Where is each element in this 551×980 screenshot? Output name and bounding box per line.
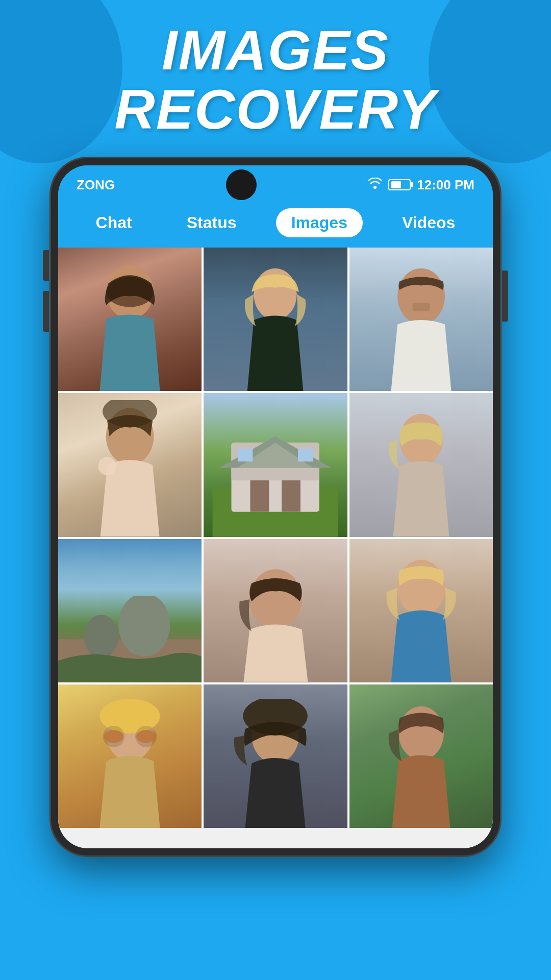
phone-bottom-area — [58, 828, 493, 848]
phone-screen: ZONG 12:00 PM — [58, 165, 493, 848]
grid-cell-9[interactable] — [349, 539, 493, 682]
svg-point-19 — [118, 596, 170, 656]
app-header-title: IMAGES RECOVERY — [0, 20, 551, 138]
image-10 — [58, 684, 202, 828]
image-2 — [204, 248, 347, 391]
image-11 — [204, 684, 347, 828]
svg-point-28 — [136, 730, 156, 743]
image-4 — [58, 393, 202, 536]
image-grid — [58, 248, 493, 828]
tab-chat[interactable]: Chat — [81, 208, 147, 237]
grid-cell-1[interactable] — [58, 248, 202, 391]
svg-point-27 — [104, 730, 123, 743]
svg-point-3 — [397, 268, 445, 325]
volume-up-button — [43, 250, 49, 281]
svg-rect-16 — [298, 449, 313, 461]
title-line1: IMAGES — [162, 18, 389, 81]
camera-notch — [226, 169, 257, 200]
image-3 — [349, 248, 493, 391]
image-9 — [349, 539, 493, 682]
status-right-icons: 12:00 PM — [368, 177, 474, 193]
svg-rect-15 — [238, 449, 253, 461]
tab-videos[interactable]: Videos — [387, 208, 470, 237]
image-5 — [204, 393, 347, 536]
title-line2: RECOVERY — [114, 78, 436, 140]
power-button — [502, 271, 508, 322]
grid-cell-11[interactable] — [204, 684, 347, 828]
image-8 — [204, 539, 347, 682]
status-time: 12:00 PM — [417, 177, 474, 193]
phone-outer-shell: ZONG 12:00 PM — [51, 158, 500, 855]
grid-cell-7[interactable] — [58, 539, 202, 682]
svg-rect-14 — [282, 480, 300, 512]
grid-cell-8[interactable] — [204, 539, 347, 682]
grid-cell-10[interactable] — [58, 684, 202, 828]
carrier-label: ZONG — [77, 177, 115, 193]
status-bar: ZONG 12:00 PM — [58, 165, 493, 200]
grid-cell-6[interactable] — [349, 393, 493, 536]
grid-cell-5[interactable] — [204, 393, 347, 536]
battery-icon — [388, 179, 411, 190]
volume-down-button — [43, 291, 49, 332]
tab-images[interactable]: Images — [276, 208, 363, 237]
grid-cell-12[interactable] — [349, 684, 493, 828]
image-6 — [349, 393, 493, 536]
wifi-icon — [368, 178, 382, 192]
phone-mockup: ZONG 12:00 PM — [51, 158, 500, 855]
tab-status[interactable]: Status — [171, 208, 252, 237]
grid-cell-3[interactable] — [349, 248, 493, 391]
grid-cell-2[interactable] — [204, 248, 347, 391]
image-12 — [349, 684, 493, 828]
image-1 — [58, 248, 202, 391]
nav-tabs-bar: Chat Status Images Videos — [58, 200, 493, 248]
grid-cell-4[interactable] — [58, 393, 202, 536]
svg-rect-13 — [251, 480, 269, 512]
svg-rect-4 — [412, 303, 430, 311]
svg-point-20 — [84, 615, 119, 658]
image-7 — [58, 539, 202, 682]
svg-point-7 — [98, 457, 116, 476]
